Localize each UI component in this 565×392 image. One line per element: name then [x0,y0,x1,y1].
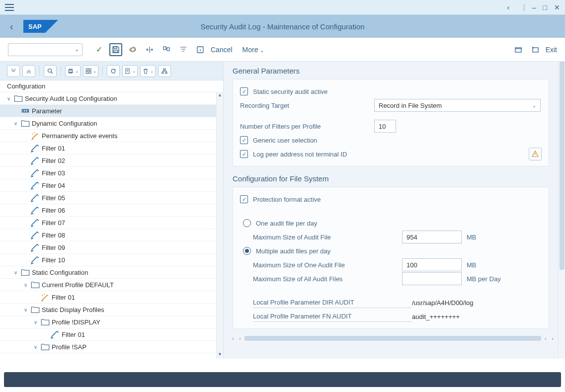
tree-node[interactable]: ∨Dynamic Configuration [0,117,223,130]
horizontal-scrollbar[interactable]: ‹ › ‹ › [230,335,556,342]
maximize-icon[interactable]: □ [543,3,547,11]
display-change-icon[interactable] [126,43,139,56]
tree-item-label: Parameter [32,107,62,115]
close-window-icon[interactable] [529,43,542,56]
delete-icon[interactable]: ⌄ [140,65,156,77]
tree-item-icon [31,181,40,190]
tree-node[interactable]: ∨Profile !SAP [0,341,223,353]
exit-button[interactable]: Exit [546,46,557,54]
tree-node[interactable]: Filter 10 [0,254,223,266]
hierarchy-icon[interactable] [158,65,171,77]
one-per-day-radio[interactable] [243,219,251,227]
tree-toggle-icon[interactable]: ∨ [14,121,21,126]
tree-node[interactable]: ∨Static Configuration [0,266,223,279]
left-panel: ⌄ ⌄ ⌄ ⌄ Configuration ∨Secu [0,62,224,359]
scroll-up-icon[interactable]: ▲ [217,92,223,99]
tree-toggle-icon[interactable]: ∨ [34,319,41,325]
new-window-icon[interactable] [512,43,525,56]
generic-user-checkbox[interactable]: ✓ [240,136,248,144]
content-scrollbar[interactable] [558,62,565,359]
scroll-right-icon[interactable]: › [237,336,243,341]
scroll-right-icon[interactable]: › [549,336,556,341]
accept-icon[interactable]: ✓ [92,43,105,56]
print-icon[interactable]: ⌄ [65,65,81,77]
expand-all-icon[interactable] [7,65,20,77]
layout-icon[interactable]: ⌄ [83,65,98,77]
tree-node[interactable]: Filter 01 [0,328,223,341]
tree-toggle-icon[interactable]: ∨ [24,282,31,288]
tree-node[interactable]: Filter 09 [0,241,223,254]
tree-item-label: Filter 07 [42,219,65,227]
tree-node[interactable]: Filter 05 [0,192,223,204]
filter-icon[interactable] [177,43,190,56]
max-all-label: Maximum Size of All Audit Files [253,275,402,283]
tree-node[interactable]: ∨Security Audit Log Configuration [0,92,223,105]
tree-node[interactable]: Filter 07 [0,217,223,229]
distribute-icon[interactable] [160,43,173,56]
max-audit-label: Maximum Size of Audit File [253,234,402,241]
tree-node[interactable]: Filter 03 [0,167,223,179]
scroll-left-icon[interactable]: ‹ [542,336,549,341]
info-icon[interactable] [194,43,207,56]
tree-toggle-icon[interactable]: ∨ [14,270,21,275]
tree-node[interactable]: Parameter [0,105,223,117]
tree-item-icon [31,193,40,202]
save-icon[interactable] [109,43,122,56]
tree-item-icon [31,156,40,165]
window-header: ‹ | – □ ✕ [0,0,565,15]
svg-point-10 [48,69,52,72]
max-audit-input[interactable]: 954 [402,231,462,243]
create-icon[interactable]: ⌄ [122,65,138,77]
dir-audit-label: Local Profile Parameter DIR AUDIT [253,297,412,308]
num-filters-label: Number of Filters per Profile [240,123,374,130]
tree-toggle-icon[interactable]: ∨ [24,307,31,313]
svg-rect-4 [114,50,118,52]
tree-node[interactable]: Permanently active events [0,130,223,142]
menu-icon[interactable] [5,4,14,11]
cancel-button[interactable]: Cancel [211,46,233,54]
num-filters-input[interactable]: 10 [374,120,396,133]
compare-icon[interactable] [143,43,156,56]
log-peer-checkbox[interactable]: ✓ [240,150,248,158]
protection-checkbox[interactable]: ✓ [240,195,248,203]
tree-toggle-icon[interactable]: ∨ [7,96,14,101]
tree-item-icon [31,280,40,289]
section-title: Configuration for File System [233,174,549,183]
recording-target-select[interactable]: Record in File System ⌄ [374,99,541,112]
tree-node[interactable]: Filter 04 [0,179,223,192]
command-field[interactable]: ⌄ [8,43,82,56]
tree-node[interactable]: Filter 01 [0,142,223,155]
more-button[interactable]: More ⌄ [242,46,264,54]
tree-node[interactable]: ∨Static Display Profiles [0,304,223,316]
max-one-input[interactable]: 100 [402,258,462,271]
tree-item-icon [31,131,40,140]
close-icon[interactable]: ✕ [554,3,560,11]
max-all-input[interactable] [402,272,462,285]
svg-rect-16 [86,72,88,74]
tree-node[interactable]: Filter 08 [0,229,223,241]
scroll-down-icon[interactable]: ▼ [217,352,223,359]
multi-per-day-radio[interactable] [243,247,251,255]
static-active-checkbox[interactable]: ✓ [240,87,248,95]
tree-scrollbar[interactable]: ▲ ▼ [216,92,223,359]
minimize-icon[interactable]: – [532,3,536,11]
tree-item-icon [21,268,30,277]
tree-node[interactable]: ∨Current Profile DEFAULT [0,279,223,291]
tree-node[interactable]: Filter 01 [0,291,223,304]
search-icon[interactable] [44,65,57,77]
tree-node[interactable]: ∨Profile !DISPLAY [0,316,223,328]
collapse-all-icon[interactable] [22,65,35,77]
back-button[interactable]: ‹ [10,21,13,32]
tree-node[interactable]: Filter 06 [0,204,223,217]
tree-node[interactable]: Filter 02 [0,155,223,167]
warning-icon[interactable] [529,148,542,160]
tree-toolbar: ⌄ ⌄ ⌄ ⌄ [0,62,223,80]
svg-rect-8 [515,48,521,52]
tree-item-icon [21,119,30,128]
tree-item-label: Filter 05 [42,194,65,202]
recording-target-label: Recording Target [240,102,374,109]
scroll-left-icon[interactable]: ‹ [230,336,237,341]
refresh-icon[interactable] [107,65,120,77]
prev-icon[interactable]: ‹ [507,3,509,11]
tree-toggle-icon[interactable]: ∨ [34,344,41,350]
